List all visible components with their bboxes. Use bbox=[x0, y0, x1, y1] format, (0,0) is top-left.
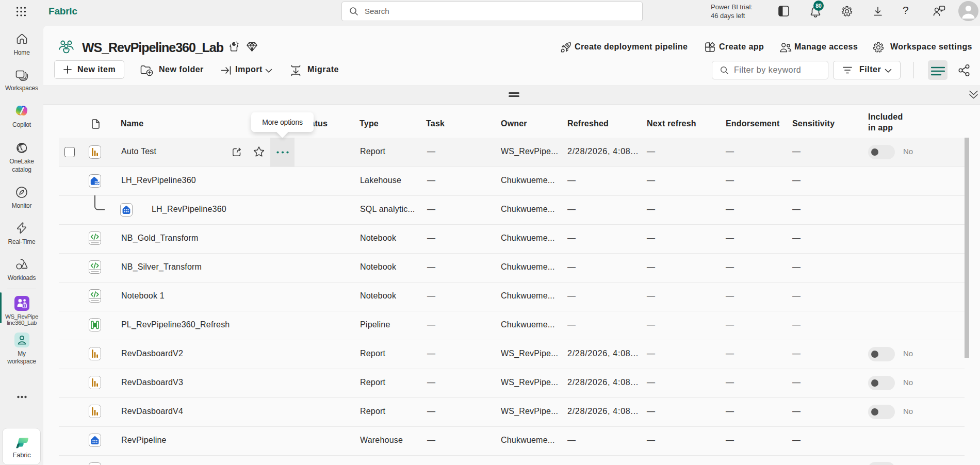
svg-text:1: 1 bbox=[24, 304, 26, 308]
